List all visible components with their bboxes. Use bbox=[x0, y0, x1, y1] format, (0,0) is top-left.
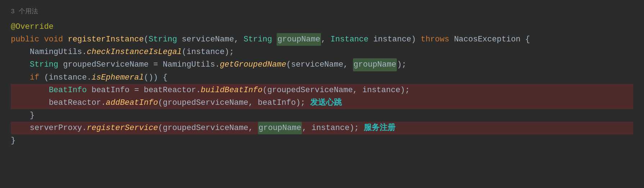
comment-register: 服务注册 bbox=[364, 122, 395, 134]
param-groupname1 bbox=[272, 33, 277, 46]
comment-heartbeat: 发送心跳 bbox=[310, 97, 342, 109]
annotation-line: @Override bbox=[11, 21, 633, 33]
groupname-highlight2: groupName bbox=[353, 58, 397, 71]
brace-open: { bbox=[525, 33, 530, 46]
args-buildbeat: (groupedServiceName, instance); bbox=[263, 84, 410, 97]
beat-reactor-ref: beatReactor. bbox=[49, 97, 106, 109]
args-register2: , instance); bbox=[302, 122, 364, 134]
param-servicename: serviceName, bbox=[177, 33, 244, 46]
exception-name: NacosException bbox=[454, 33, 525, 46]
line-close-if: } bbox=[11, 109, 633, 122]
args-addbeat: (groupedServiceName, beatInfo); bbox=[158, 97, 310, 109]
method-addbeat: addBeatInfo bbox=[106, 97, 158, 109]
indent7 bbox=[11, 122, 30, 134]
paren-open: ( bbox=[144, 33, 149, 46]
method-grouped: getGroupedName bbox=[220, 58, 286, 71]
type-string3: String bbox=[30, 58, 58, 71]
var-grouped: groupedServiceName = NamingUtils. bbox=[58, 58, 220, 71]
indent2 bbox=[11, 58, 30, 71]
brace-close-method: } bbox=[11, 134, 15, 147]
param-instance: instance bbox=[368, 33, 411, 46]
kw-public: public bbox=[11, 33, 44, 46]
type-instance: Instance bbox=[331, 33, 369, 46]
line-beat-info: BeatInfo beatInfo = beatReactor. buildBe… bbox=[11, 84, 633, 97]
type-string1: String bbox=[149, 33, 177, 46]
indent6 bbox=[11, 109, 30, 122]
naming-utils1: NamingUtils. bbox=[30, 46, 87, 58]
args-check: (instance); bbox=[182, 46, 234, 58]
server-proxy-ref: serverProxy. bbox=[30, 122, 87, 134]
line-grouped-name: String groupedServiceName = NamingUtils.… bbox=[11, 58, 633, 71]
comma1: , bbox=[321, 33, 330, 46]
indent3 bbox=[11, 71, 30, 84]
args-grouped1: (serviceName, bbox=[286, 58, 353, 71]
line-if: if (instance. isEphemeral ()) { bbox=[11, 71, 633, 84]
paren-close: ) bbox=[411, 33, 421, 46]
line-register-service: serverProxy. registerService (groupedSer… bbox=[11, 122, 633, 134]
method-register: registerService bbox=[87, 122, 158, 134]
args-register1: (groupedServiceName, bbox=[158, 122, 258, 134]
line-add-beat: beatReactor. addBeatInfo (groupedService… bbox=[11, 97, 633, 109]
kw-if: if bbox=[30, 71, 44, 84]
line-close-method: } bbox=[11, 134, 633, 147]
groupname-highlight3: groupName bbox=[258, 122, 302, 134]
code-container: 3 个用法 @Override public void registerInst… bbox=[0, 0, 644, 188]
method-ephemeral: isEphemeral bbox=[91, 71, 144, 84]
method-check: checkInstanceIsLegal bbox=[87, 46, 182, 58]
indent4 bbox=[11, 84, 49, 97]
kw-throws: throws bbox=[421, 33, 454, 46]
method-signature-line: public void registerInstance ( String se… bbox=[11, 33, 633, 46]
if-cond2: ()) { bbox=[144, 71, 168, 84]
kw-void: void bbox=[44, 33, 68, 46]
type-string2: String bbox=[244, 33, 272, 46]
if-cond: (instance. bbox=[44, 71, 91, 84]
type-beatinfo: BeatInfo bbox=[49, 84, 87, 97]
line-check-instance: NamingUtils. checkInstanceIsLegal (insta… bbox=[11, 46, 633, 58]
brace-close-if: } bbox=[30, 109, 35, 122]
indent5 bbox=[11, 97, 49, 109]
method-name: registerInstance bbox=[68, 33, 144, 46]
usage-hint: 3 个用法 bbox=[11, 6, 633, 17]
method-buildbeat: buildBeatInfo bbox=[201, 84, 263, 97]
indent1 bbox=[11, 46, 30, 58]
var-beatinfo: beatInfo = beatReactor. bbox=[87, 84, 201, 97]
args-grouped2: ); bbox=[397, 58, 406, 71]
override-annotation: @Override bbox=[11, 21, 54, 33]
groupname-highlight1: groupName bbox=[277, 33, 321, 46]
